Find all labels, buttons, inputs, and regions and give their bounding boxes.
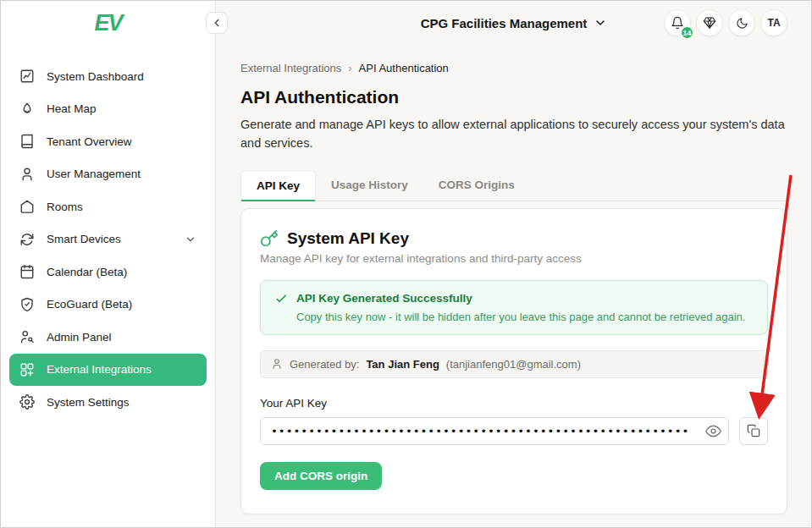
- alert-message: Copy this key now - it will be hidden af…: [296, 311, 754, 323]
- sidebar-item-label: System Settings: [47, 396, 130, 409]
- app-logo: EV: [1, 1, 215, 45]
- sidebar-item-user-management[interactable]: User Management: [9, 158, 207, 191]
- sidebar-item-system-settings[interactable]: System Settings: [9, 386, 207, 419]
- api-key-row: [260, 417, 768, 445]
- reveal-key-button[interactable]: [705, 423, 721, 439]
- sidebar-item-ecoguard[interactable]: EcoGuard (Beta): [9, 289, 207, 322]
- sidebar-item-smart-devices[interactable]: Smart Devices: [9, 223, 207, 256]
- key-icon: [260, 229, 279, 248]
- user-icon: [271, 358, 283, 370]
- copy-icon: [747, 424, 760, 437]
- sidebar-item-label: EcoGuard (Beta): [47, 298, 132, 311]
- tab-api-key[interactable]: API Key: [240, 170, 316, 201]
- breadcrumb-separator: ›: [348, 62, 351, 74]
- page-title: API Authentication: [240, 87, 787, 107]
- sidebar: EV System Dashboard Heat Map Tenant Over…: [1, 1, 216, 528]
- card-title: System API Key: [287, 229, 409, 248]
- devices-icon: [19, 232, 35, 247]
- avatar[interactable]: TA: [760, 9, 787, 36]
- breadcrumb-parent[interactable]: External Integrations: [240, 62, 341, 74]
- rewards-button[interactable]: [696, 9, 723, 36]
- sidebar-item-label: System Dashboard: [47, 70, 144, 83]
- sidebar-item-heat-map[interactable]: Heat Map: [9, 93, 207, 126]
- gem-icon: [703, 16, 716, 30]
- api-key-label: Your API Key: [260, 397, 768, 410]
- heatmap-icon: [19, 102, 35, 117]
- api-key-card: System API Key Manage API key for extern…: [240, 208, 787, 514]
- generated-by-label: Generated by:: [290, 358, 359, 371]
- generated-by-email: (tanjianfeng01@gmail.com): [446, 358, 581, 371]
- home-icon: [19, 199, 35, 214]
- page-description: Generate and manage API keys to allow ex…: [240, 115, 787, 153]
- org-title: CPG Facilities Management: [421, 16, 588, 30]
- dashboard-icon: [19, 69, 35, 84]
- moon-icon: [736, 17, 748, 30]
- sidebar-item-admin-panel[interactable]: Admin Panel: [9, 321, 207, 354]
- notifications-button[interactable]: 14: [664, 9, 691, 36]
- sidebar-item-label: Smart Devices: [47, 233, 121, 245]
- sidebar-item-label: Tenant Overview: [47, 135, 132, 148]
- sidebar-item-label: Rooms: [47, 201, 83, 213]
- sidebar-item-label: Calendar (Beta): [47, 266, 127, 278]
- copy-key-button[interactable]: [739, 417, 768, 445]
- eye-icon: [705, 423, 721, 439]
- sidebar-item-tenant-overview[interactable]: Tenant Overview: [9, 125, 207, 158]
- sidebar-menu: System Dashboard Heat Map Tenant Overvie…: [1, 60, 215, 419]
- topbar-actions: 14 TA: [664, 9, 787, 36]
- tab-cors-origins[interactable]: CORS Origins: [423, 170, 530, 201]
- check-icon: [274, 292, 288, 305]
- sidebar-item-external-integrations[interactable]: External Integrations: [9, 354, 207, 387]
- api-key-input[interactable]: [260, 417, 729, 445]
- sidebar-item-label: User Management: [47, 168, 141, 180]
- chevron-down-icon: [594, 16, 607, 30]
- user-icon: [19, 167, 35, 182]
- sidebar-item-system-dashboard[interactable]: System Dashboard: [9, 60, 207, 93]
- alert-title: API Key Generated Successfully: [296, 292, 472, 305]
- calendar-icon: [19, 264, 35, 279]
- book-icon: [19, 134, 35, 149]
- integrations-icon: [19, 362, 35, 377]
- generated-by-name: Tan Jian Feng: [366, 358, 439, 371]
- sidebar-item-label: Heat Map: [47, 102, 97, 115]
- avatar-initials: TA: [767, 17, 780, 29]
- sidebar-item-rooms[interactable]: Rooms: [9, 190, 207, 223]
- card-subtitle: Manage API key for external integrations…: [260, 252, 768, 265]
- sidebar-item-calendar[interactable]: Calendar (Beta): [9, 256, 207, 289]
- chevron-down-icon: [185, 234, 196, 245]
- notification-badge: 14: [680, 25, 694, 40]
- generated-by-row: Generated by: Tan Jian Feng (tanjianfeng…: [260, 350, 768, 378]
- sidebar-item-label: External Integrations: [47, 363, 152, 376]
- dark-mode-toggle[interactable]: [728, 9, 755, 36]
- tab-bar: API Key Usage History CORS Origins: [240, 170, 787, 201]
- tab-usage-history[interactable]: Usage History: [316, 170, 423, 201]
- card-title-row: System API Key: [260, 229, 768, 248]
- success-alert: API Key Generated Successfully Copy this…: [260, 280, 768, 335]
- main-content: External Integrations › API Authenticati…: [217, 45, 811, 527]
- breadcrumb-current: API Authentication: [359, 62, 449, 74]
- gear-icon: [19, 394, 35, 410]
- shield-icon: [19, 297, 35, 312]
- add-cors-origin-button[interactable]: Add CORS origin: [260, 462, 382, 490]
- admin-icon: [19, 329, 35, 344]
- breadcrumb: External Integrations › API Authenticati…: [240, 62, 787, 74]
- topbar: CPG Facilities Management 14 TA: [217, 1, 811, 45]
- sidebar-item-label: Admin Panel: [47, 331, 112, 344]
